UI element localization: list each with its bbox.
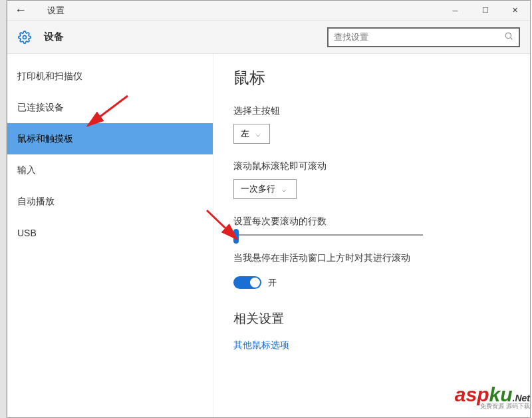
close-button[interactable]: ✕ xyxy=(500,1,530,21)
toggle-switch[interactable] xyxy=(233,276,261,289)
related-title: 相关设置 xyxy=(233,310,510,327)
header: 设备 xyxy=(7,21,530,54)
scroll-lines-group: 设置每次要滚动的行数 xyxy=(233,216,510,236)
sidebar: 打印机和扫描仪 已连接设备 鼠标和触摸板 输入 自动播放 USB xyxy=(7,54,213,417)
scroll-wheel-select[interactable]: 一次多行 ⌵ xyxy=(233,179,297,199)
sidebar-item-autoplay[interactable]: 自动播放 xyxy=(7,186,213,217)
settings-window: ← 设置 ─ ☐ ✕ 设备 打印机和扫描仪 已连接设备 鼠标和触摸板 输入 自动… xyxy=(7,0,531,418)
window-controls: ─ ☐ ✕ xyxy=(440,1,530,21)
inactive-hover-toggle: 开 xyxy=(233,276,277,289)
scroll-wheel-label: 滚动鼠标滚轮即可滚动 xyxy=(233,160,510,172)
chevron-down-icon: ⌵ xyxy=(256,130,260,138)
content: 打印机和扫描仪 已连接设备 鼠标和触摸板 输入 自动播放 USB 鼠标 选择主按… xyxy=(7,54,530,417)
chevron-down-icon: ⌵ xyxy=(282,186,286,193)
watermark: aspku.Net 免费资源 源码下载 xyxy=(455,383,530,411)
sidebar-item-mouse[interactable]: 鼠标和触摸板 xyxy=(7,123,213,154)
main-panel: 鼠标 选择主按钮 左 ⌵ 滚动鼠标滚轮即可滚动 一次多行 ⌵ 设置每次要滚动的行… xyxy=(213,54,530,417)
titlebar: ← 设置 ─ ☐ ✕ xyxy=(7,1,530,21)
other-mouse-options-link[interactable]: 其他鼠标选项 xyxy=(233,339,510,351)
svg-point-0 xyxy=(23,35,27,39)
sidebar-item-usb[interactable]: USB xyxy=(7,217,213,248)
primary-button-group: 选择主按钮 左 ⌵ xyxy=(233,105,510,144)
svg-line-2 xyxy=(511,38,513,40)
primary-button-value: 左 xyxy=(241,128,249,140)
inactive-hover-label: 当我悬停在非活动窗口上方时对其进行滚动 xyxy=(233,252,510,264)
window-title: 设置 xyxy=(47,5,65,17)
maximize-button[interactable]: ☐ xyxy=(470,1,500,21)
page-title: 鼠标 xyxy=(233,67,510,89)
primary-button-label: 选择主按钮 xyxy=(233,105,510,117)
primary-button-select[interactable]: 左 ⌵ xyxy=(233,124,270,144)
search-icon xyxy=(504,31,513,43)
svg-point-1 xyxy=(505,33,511,38)
sidebar-item-connected[interactable]: 已连接设备 xyxy=(7,92,213,123)
sidebar-item-printers[interactable]: 打印机和扫描仪 xyxy=(7,61,213,92)
scroll-wheel-value: 一次多行 xyxy=(241,183,275,195)
search-box[interactable] xyxy=(327,27,520,47)
slider-thumb[interactable] xyxy=(233,229,239,244)
toggle-knob xyxy=(250,278,260,288)
sidebar-item-typing[interactable]: 输入 xyxy=(7,154,213,186)
back-button[interactable]: ← xyxy=(7,1,34,21)
scroll-lines-label: 设置每次要滚动的行数 xyxy=(233,216,510,228)
inactive-hover-group: 当我悬停在非活动窗口上方时对其进行滚动 开 xyxy=(233,252,510,292)
left-strip xyxy=(0,0,7,418)
header-title: 设备 xyxy=(44,31,64,43)
minimize-button[interactable]: ─ xyxy=(440,1,470,21)
toggle-state-label: 开 xyxy=(268,277,277,289)
gear-icon xyxy=(17,30,32,45)
scroll-wheel-group: 滚动鼠标滚轮即可滚动 一次多行 ⌵ xyxy=(233,160,510,199)
search-input[interactable] xyxy=(334,32,504,42)
scroll-lines-slider[interactable] xyxy=(233,234,423,236)
